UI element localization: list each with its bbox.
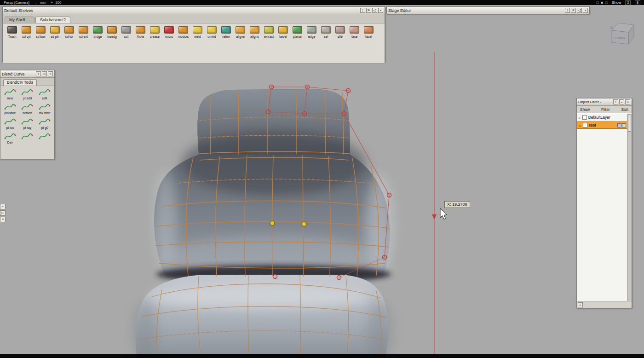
lister-menu[interactable]: Filter — [601, 107, 610, 112]
collapse-button[interactable]: ◁ — [577, 8, 582, 13]
blend-curve-tool[interactable]: pt loc — [1, 117, 19, 130]
blend-curve-tool[interactable]: detach — [19, 102, 36, 115]
collapse-button[interactable]: ◁ — [372, 8, 377, 13]
shelf-tool[interactable]: fhole — [133, 26, 148, 39]
menu-icon[interactable]: ≡ — [0, 217, 6, 222]
shelf-tool[interactable]: sd cyl — [19, 26, 34, 39]
default-shelves-panel: Default Shelves ↕ ≡ ◁ × My Shelf ... Sub… — [2, 6, 385, 62]
shelf-tool[interactable]: refrm — [219, 26, 233, 39]
tool-label: pt ray — [19, 126, 36, 130]
tool-icon — [107, 26, 117, 34]
window-icon[interactable]: □ — [605, 0, 608, 5]
measure-axis-line[interactable] — [432, 52, 437, 354]
shelf-tool[interactable]: edge — [305, 26, 319, 39]
expand-arrow-icon[interactable]: ▷ — [0, 210, 6, 216]
window-icon[interactable]: □ — [597, 0, 599, 5]
shelf-tool[interactable]: weld — [190, 26, 205, 39]
blend-curve-tool[interactable] — [36, 132, 53, 144]
close-button[interactable]: × — [378, 8, 383, 13]
tool-icon — [64, 26, 74, 34]
resize-button[interactable]: ↕ — [360, 8, 365, 13]
shelf-tool[interactable]: bevel — [276, 26, 290, 39]
blend-curve-tool[interactable] — [19, 132, 36, 144]
shelf-tool[interactable]: facel — [362, 26, 376, 39]
menu-button[interactable]: ≡ — [619, 99, 624, 104]
tool-label: sd box — [34, 35, 48, 39]
view-cube[interactable]: FRONT — [607, 18, 637, 48]
tool-label: sd cyl — [19, 35, 34, 39]
tool-label: sd ext — [76, 35, 91, 39]
tool-icon — [250, 26, 259, 34]
object-row[interactable]: ▷ DefaultLayer — [577, 114, 627, 121]
curve-icon — [4, 88, 16, 96]
shelf-tool[interactable]: slfe — [333, 26, 347, 39]
blend-curve-tool[interactable]: mk mstr — [36, 102, 53, 115]
lister-options-button[interactable]: ≡ — [578, 302, 583, 307]
blend-curve-tool[interactable]: pt add — [19, 87, 36, 100]
close-button[interactable]: × — [583, 8, 588, 13]
shelf-tool[interactable]: face — [347, 26, 362, 39]
lister-menu[interactable]: Sort — [621, 107, 628, 112]
close-button[interactable]: × — [48, 71, 53, 76]
shelf-tool[interactable]: sd tor — [62, 26, 76, 39]
menu-button[interactable]: ≡ — [571, 8, 576, 13]
close-icon[interactable]: × — [0, 204, 6, 209]
shelf-tool[interactable]: insedg — [105, 26, 119, 39]
show-menu[interactable]: Show — [612, 0, 621, 5]
blend-curve-tool[interactable]: edit — [36, 87, 53, 100]
shelf-tool[interactable]: modcrs — [176, 26, 190, 39]
tab-subdivision[interactable]: Subdivision#2 — [35, 17, 70, 23]
close-button[interactable]: × — [625, 99, 630, 104]
object-row[interactable]: ▷ seat — [577, 121, 627, 129]
resize-button[interactable]: ↕ — [36, 71, 41, 76]
visibility-checkbox[interactable] — [583, 123, 587, 127]
layer-toggle-icon[interactable] — [617, 123, 621, 127]
layer-toggle-icon[interactable] — [622, 123, 626, 127]
view-cube-rotate-arrow[interactable] — [610, 25, 613, 29]
tool-label: refrm — [219, 35, 233, 39]
blend-curve-tool[interactable]: new — [1, 87, 19, 100]
shelf-tool[interactable]: crease — [148, 26, 162, 39]
blend-curve-tool[interactable]: planariz — [1, 102, 19, 115]
back-shadow-shading — [182, 131, 366, 196]
visibility-checkbox[interactable] — [582, 115, 587, 120]
shelf-tool[interactable]: sd ext — [76, 26, 91, 39]
shelf-tool[interactable]: brdge — [91, 26, 105, 39]
resize-button[interactable]: ↕ — [613, 99, 618, 104]
tool-icon — [307, 26, 316, 34]
shelf-tool[interactable]: sd pln — [48, 26, 62, 39]
shelf-tool[interactable]: Trash — [5, 26, 19, 39]
blend-curve-titlebar[interactable]: Blend Curve ↕ ◁ × — [0, 70, 54, 78]
tab-my-shelf[interactable]: My Shelf ... — [5, 17, 34, 23]
collapse-button[interactable]: ◁ — [42, 71, 47, 76]
shelf-tool[interactable]: unwld — [205, 26, 219, 39]
blend-curve-tool[interactable]: Dev — [1, 132, 19, 144]
shelf-tool[interactable]: uncrs — [162, 26, 176, 39]
shelf-tool[interactable]: sd box — [34, 26, 48, 39]
tab-blendcrv-tools[interactable]: BlendCrv Tools — [3, 79, 37, 86]
stage-editor-titlebar[interactable]: Stage Editor ↕ ≡ ◁ × — [386, 6, 590, 14]
layer-toggle-8[interactable]: 8 — [635, 0, 640, 5]
tool-icon — [121, 26, 131, 34]
default-shelves-titlebar[interactable]: Default Shelves ↕ ≡ ◁ × — [3, 7, 385, 14]
blend-curve-tool[interactable]: pt ray — [19, 117, 36, 130]
object-lister-titlebar[interactable]: Object Lister - ↕ ≡ × — [577, 98, 632, 106]
shelf-tool[interactable]: planar — [290, 26, 305, 39]
expand-arrow-icon[interactable]: ▷ — [579, 116, 581, 119]
blend-curve-tool[interactable]: pt g0 — [36, 117, 53, 130]
menu-button[interactable]: ≡ — [366, 8, 371, 13]
seat-model[interactable] — [132, 85, 393, 358]
layer-toggle-3[interactable]: 3 — [625, 0, 631, 5]
tool-icon — [278, 26, 288, 34]
shelf-tool[interactable]: sel — [319, 26, 333, 39]
resize-button[interactable]: ↕ — [565, 8, 570, 13]
scrollbar-thumb[interactable] — [628, 114, 631, 132]
shelf-tool[interactable]: extract — [262, 26, 276, 39]
shelf-tool[interactable]: cut — [119, 26, 133, 39]
lister-menu[interactable]: Show — [580, 107, 590, 112]
shelf-tool[interactable]: aligne — [233, 26, 247, 39]
window-icon[interactable]: ■ — [601, 0, 603, 5]
expand-arrow-icon[interactable]: ▷ — [579, 124, 581, 127]
shelf-tool[interactable]: aligns — [247, 26, 262, 39]
lister-scrollbar[interactable] — [627, 114, 632, 301]
